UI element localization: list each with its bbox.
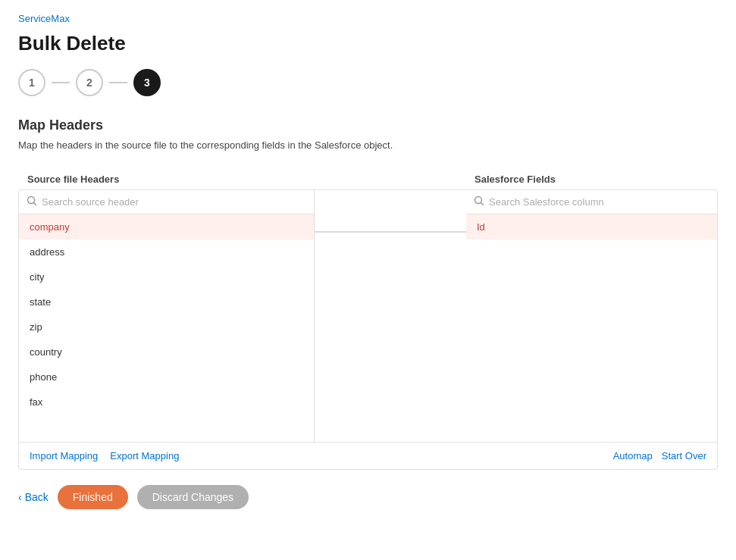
section-description: Map the headers in the source file to th… [18,139,718,151]
step-3: 3 [133,69,161,96]
breadcrumb-link[interactable]: ServiceMax [18,13,70,24]
svg-line-4 [481,203,484,205]
automap-link[interactable]: Automap [613,450,653,461]
salesforce-list: Id [466,214,717,442]
step-2: 2 [76,69,103,96]
connector-area [315,190,466,442]
footer-right-links: Automap Start Over [613,450,706,461]
list-item[interactable]: company [19,214,314,239]
discard-changes-button[interactable]: Discard Changes [137,485,249,509]
list-item[interactable]: city [19,264,314,289]
footer-left-links: Import Mapping Export Mapping [30,450,179,461]
export-mapping-link[interactable]: Export Mapping [110,450,179,461]
list-item[interactable]: phone [19,364,314,389]
start-over-link[interactable]: Start Over [662,450,706,461]
action-bar: ‹ Back Finished Discard Changes [18,485,718,509]
source-search-icon [27,196,37,208]
page-title: Bulk Delete [18,32,718,55]
section-title: Map Headers [18,117,718,133]
back-button-label: Back [25,491,49,503]
back-chevron-icon: ‹ [18,491,22,503]
mapping-footer: Import Mapping Export Mapping Automap St… [19,442,717,469]
salesforce-search-icon [474,196,484,208]
source-panel: company address city state zip country p… [19,190,315,442]
source-search-box [19,190,314,214]
mapping-area: company address city state zip country p… [18,189,718,470]
list-item[interactable]: address [19,239,314,264]
source-panel-header: Source file Headers [18,166,314,189]
list-item[interactable]: zip [19,314,314,339]
mapping-connector-svg [315,190,466,442]
back-button[interactable]: ‹ Back [18,485,49,509]
step-connector-2 [109,82,127,83]
list-item[interactable]: state [19,289,314,314]
list-item[interactable]: fax [19,389,314,415]
step-1: 1 [18,69,45,96]
import-mapping-link[interactable]: Import Mapping [30,450,98,461]
source-search-input[interactable] [42,193,306,211]
svg-line-1 [34,203,36,205]
salesforce-panel: Id [466,190,717,442]
salesforce-search-input[interactable] [489,193,709,211]
list-item[interactable]: Id [466,214,717,239]
steps-indicator: 1 2 3 [18,69,718,96]
source-list: company address city state zip country p… [19,214,314,442]
step-connector-1 [52,82,70,83]
salesforce-search-box [466,190,717,214]
finished-button[interactable]: Finished [58,485,128,509]
list-item[interactable]: country [19,339,314,364]
salesforce-panel-header: Salesforce Fields [465,166,718,189]
